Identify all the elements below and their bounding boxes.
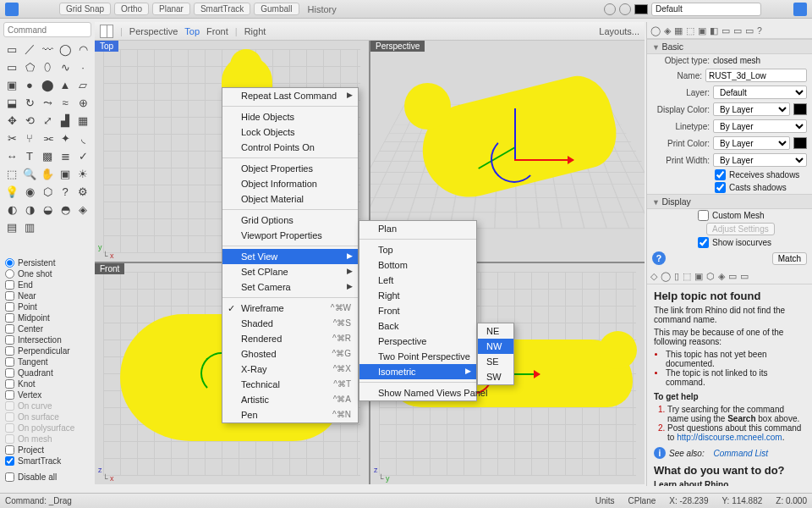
view-back[interactable]: Back xyxy=(359,318,476,334)
help-tab-6[interactable]: ⬡ xyxy=(706,271,715,281)
tool-layer[interactable]: ≣ xyxy=(57,147,74,164)
osnap-project[interactable] xyxy=(5,445,14,455)
osnap-end[interactable] xyxy=(5,280,14,290)
tool-mesh[interactable]: ⬡ xyxy=(39,183,56,200)
help-tab-5[interactable]: ▣ xyxy=(694,271,703,281)
display-color-swatch[interactable] xyxy=(793,103,807,115)
tool-plane[interactable]: ▱ xyxy=(74,76,91,93)
history-label[interactable]: History xyxy=(308,4,337,14)
ctx-xray[interactable]: X-Ray^⌘X xyxy=(222,362,358,377)
match-button[interactable]: Match xyxy=(772,252,807,265)
ctx-object-properties[interactable]: Object Properties xyxy=(222,161,358,176)
command-list-link[interactable]: Command List xyxy=(713,449,767,458)
ctx-repeat-last[interactable]: Repeat Last Command xyxy=(222,88,358,103)
tool-split[interactable]: ⑂ xyxy=(21,130,38,146)
tool-rotate[interactable]: ⟲ xyxy=(21,112,38,129)
tool-sphere[interactable]: ● xyxy=(21,76,38,93)
chip-ortho[interactable]: Ortho xyxy=(114,3,149,15)
ctx-set-camera[interactable]: Set Camera xyxy=(222,279,358,295)
isometric-submenu[interactable]: NE NW SE SW xyxy=(477,323,514,385)
ctx-ghosted[interactable]: Ghosted^⌘G xyxy=(222,346,358,362)
tool-scale[interactable]: ⤢ xyxy=(39,112,56,129)
print-color-swatch[interactable] xyxy=(793,137,807,149)
tool-dim[interactable]: ↔ xyxy=(3,147,20,164)
ctx-set-cplane[interactable]: Set CPlane xyxy=(222,264,358,279)
tool-rect[interactable]: ▭ xyxy=(3,58,20,75)
ctx-lock-objects[interactable]: Lock Objects xyxy=(222,124,358,140)
osnap-perpendicular[interactable] xyxy=(5,346,14,356)
tool-array[interactable]: ▦ xyxy=(74,112,91,129)
prop-icon-texture[interactable]: ▦ xyxy=(674,25,683,36)
tool-select[interactable]: ▭ xyxy=(3,41,20,58)
iso-ne[interactable]: NE xyxy=(478,323,513,339)
tab-top[interactable]: Top xyxy=(184,26,200,36)
tool-curve[interactable]: ∿ xyxy=(57,58,74,75)
tab-right[interactable]: Right xyxy=(244,26,266,36)
view-top[interactable]: Top xyxy=(359,242,476,257)
help-tab-1[interactable]: ◇ xyxy=(650,271,657,281)
tool-mirror[interactable]: ▟ xyxy=(57,112,74,129)
osnap-tangent[interactable] xyxy=(5,357,14,367)
iso-nw[interactable]: NW xyxy=(478,339,513,354)
tool-fillet[interactable]: ◟ xyxy=(74,130,91,146)
ctx-shaded[interactable]: Shaded^⌘S xyxy=(222,316,358,331)
status-cplane[interactable]: CPlane xyxy=(628,496,656,505)
view-front[interactable]: Front xyxy=(359,303,476,318)
viewport-front-label[interactable]: Front xyxy=(95,263,124,274)
view-right[interactable]: Right xyxy=(359,288,476,303)
ring-icon-2[interactable] xyxy=(619,3,631,15)
discourse-link[interactable]: http://discourse.mcneel.com xyxy=(677,433,782,442)
ctx-object-material[interactable]: Object Material xyxy=(222,191,358,207)
help-tab-7[interactable]: ◈ xyxy=(718,271,725,281)
tool-help[interactable]: ? xyxy=(57,183,74,200)
set-view-submenu[interactable]: Plan Top Bottom Left Right Front Back Pe… xyxy=(359,220,477,401)
prop-icon-object[interactable]: ◯ xyxy=(650,25,661,36)
prop-icon-dim[interactable]: ◧ xyxy=(710,25,718,36)
osnap-knot[interactable] xyxy=(5,379,14,389)
status-units[interactable]: Units xyxy=(595,496,615,505)
iso-sw[interactable]: SW xyxy=(478,369,513,384)
help-tab-2[interactable]: ◯ xyxy=(661,271,671,281)
view-bottom[interactable]: Bottom xyxy=(359,257,476,273)
tool-line[interactable]: ／ xyxy=(21,41,38,58)
ctx-object-information[interactable]: Object Information xyxy=(222,176,358,191)
tool-boolean[interactable]: ⊕ xyxy=(74,94,91,111)
tool-polyline[interactable]: 〰 xyxy=(39,41,56,58)
tab-perspective[interactable]: Perspective xyxy=(129,26,178,36)
tool-explode[interactable]: ✦ xyxy=(57,130,74,146)
osnap-disable-all[interactable] xyxy=(5,472,14,482)
viewport-context-menu[interactable]: Repeat Last Command Hide Objects Lock Ob… xyxy=(222,87,359,423)
tool-trim[interactable]: ✂ xyxy=(3,130,20,146)
ctx-viewport-properties[interactable]: Viewport Properties xyxy=(222,228,358,243)
tool-misc1[interactable]: ◐ xyxy=(3,201,20,218)
tool-polygon[interactable]: ⬠ xyxy=(21,58,38,75)
chip-planar[interactable]: Planar xyxy=(152,3,190,15)
tool-analyze[interactable]: ⬚ xyxy=(3,165,20,182)
tool-move[interactable]: ✥ xyxy=(3,112,20,129)
tool-arc[interactable]: ◠ xyxy=(74,41,91,58)
chip-grid-snap[interactable]: Grid Snap xyxy=(59,3,111,15)
command-input[interactable] xyxy=(3,22,91,37)
tool-loft[interactable]: ≈ xyxy=(57,94,74,111)
tool-extrude[interactable]: ⬓ xyxy=(3,94,20,111)
tool-misc5[interactable]: ◈ xyxy=(74,201,91,218)
display-color-select[interactable]: By Layer xyxy=(713,102,790,116)
ctx-grid-options[interactable]: Grid Options xyxy=(222,213,358,228)
layer-selector[interactable]: Default xyxy=(651,3,761,16)
print-width-select[interactable]: By Layer xyxy=(713,153,807,167)
view-plan[interactable]: Plan xyxy=(359,221,476,236)
ctx-wireframe[interactable]: ✓Wireframe^⌘W xyxy=(222,301,358,316)
tool-camera[interactable]: ▣ xyxy=(57,165,74,182)
tool-zoom[interactable]: 🔍 xyxy=(21,165,38,182)
help-tab-4[interactable]: ⬚ xyxy=(683,271,691,281)
object-name-input[interactable] xyxy=(705,69,807,82)
view-left[interactable]: Left xyxy=(359,273,476,288)
ctx-rendered[interactable]: Rendered^⌘R xyxy=(222,331,358,346)
tool-render[interactable]: ☀ xyxy=(74,165,91,182)
osnap-vertex[interactable] xyxy=(5,390,14,400)
ctx-technical[interactable]: Technical^⌘T xyxy=(222,377,358,392)
osnap-near[interactable] xyxy=(5,291,14,301)
osnap-center[interactable] xyxy=(5,324,14,334)
tool-misc6[interactable]: ▤ xyxy=(3,218,20,235)
section-display[interactable]: Display xyxy=(647,194,812,209)
